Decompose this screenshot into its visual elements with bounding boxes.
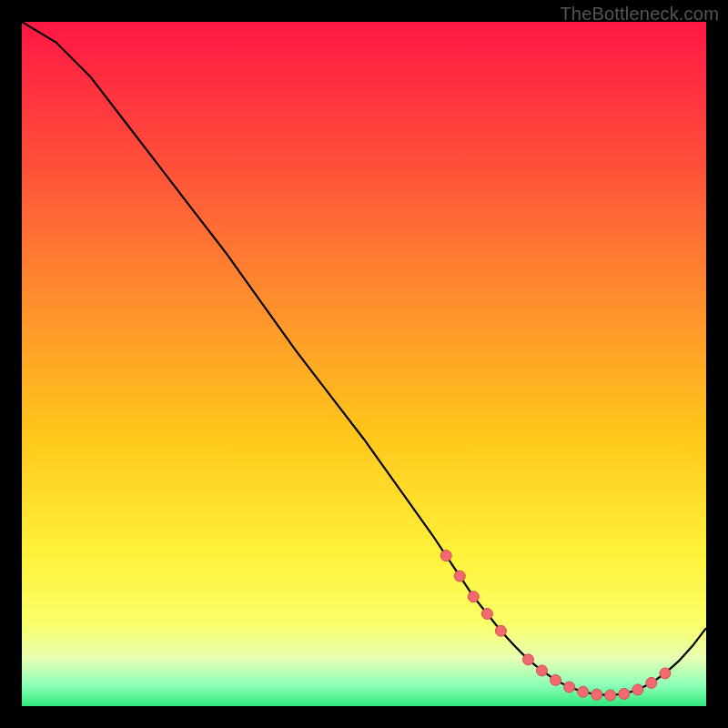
- marker-point: [440, 551, 451, 561]
- marker-point: [646, 677, 657, 688]
- marker-point: [578, 686, 589, 697]
- plot-area: [22, 22, 706, 706]
- watermark-text: TheBottleneck.com: [560, 4, 719, 25]
- marker-point: [551, 674, 561, 685]
- marker-point: [592, 689, 602, 700]
- marker-point: [481, 608, 492, 619]
- gradient-background: [22, 22, 706, 706]
- marker-point: [454, 571, 465, 581]
- marker-point: [564, 682, 575, 693]
- chart-frame: TheBottleneck.com: [0, 0, 728, 728]
- chart-svg: [22, 22, 706, 706]
- marker-point: [537, 665, 548, 676]
- marker-point: [468, 592, 479, 602]
- marker-point: [660, 668, 671, 679]
- marker-point: [619, 688, 630, 699]
- marker-point: [605, 690, 616, 701]
- marker-point: [495, 625, 506, 636]
- marker-point: [632, 684, 643, 695]
- marker-point: [522, 654, 533, 665]
